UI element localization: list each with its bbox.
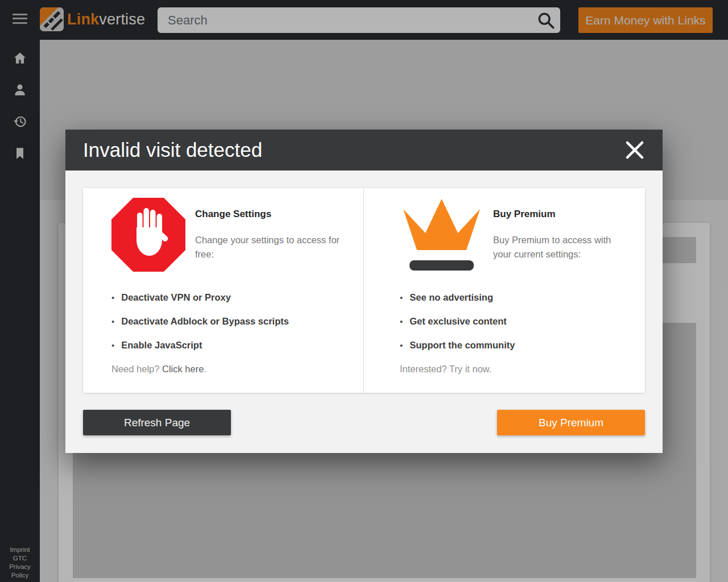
refresh-page-button[interactable]: Refresh Page — [83, 410, 231, 435]
modal-body: Change Settings Change your settings to … — [65, 171, 663, 453]
list-item: Enable JavaScript — [111, 340, 346, 351]
buy-premium-button[interactable]: Buy Premium — [497, 410, 645, 435]
interested-note: Interested? Try it now. — [400, 364, 628, 375]
buy-premium-description: Buy Premium to access with your current … — [493, 233, 628, 261]
change-settings-description: Change your settings to access for free: — [195, 233, 346, 261]
modal-header: Invalid visit detected — [65, 130, 663, 171]
change-settings-heading: Change Settings — [195, 209, 346, 220]
close-icon — [624, 140, 645, 160]
click-here-link[interactable]: Click here — [162, 364, 204, 374]
buy-premium-heading: Buy Premium — [493, 209, 628, 220]
need-help-note: Need help? Click here. — [111, 364, 346, 375]
buy-premium-list: See no advertising Get exclusive content… — [400, 292, 628, 351]
invalid-visit-modal: Invalid visit detected — [65, 130, 663, 453]
change-settings-list: Deactivate VPN or Proxy Deactivate Adblo… — [111, 292, 346, 351]
modal-title: Invalid visit detected — [83, 139, 624, 161]
buy-premium-panel: Buy Premium Buy Premium to access with y… — [364, 188, 645, 393]
list-item: Deactivate VPN or Proxy — [111, 292, 346, 303]
list-item: Get exclusive content — [400, 316, 628, 327]
premium-crown-icon — [400, 198, 483, 272]
close-button[interactable] — [624, 139, 647, 161]
change-settings-panel: Change Settings Change your settings to … — [83, 188, 364, 393]
list-item: See no advertising — [400, 292, 628, 303]
adblock-stop-hand-icon — [111, 198, 185, 272]
list-item: Deactivate Adblock or Bypass scripts — [111, 316, 346, 327]
list-item: Support the community — [400, 340, 628, 351]
